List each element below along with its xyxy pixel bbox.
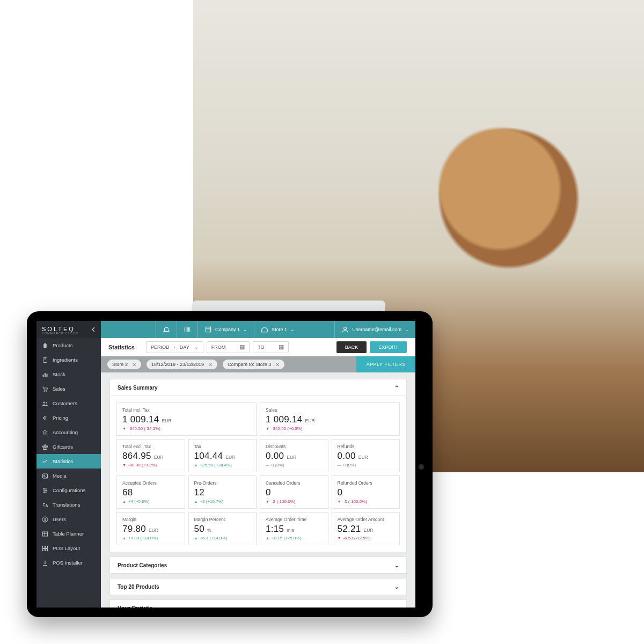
back-button[interactable]: BACK [336, 341, 367, 353]
svg-rect-3 [47, 374, 48, 377]
panel-title: Hour Statistic [118, 605, 152, 608]
user-label: Username@email.com [352, 327, 401, 332]
metric-value: 1:15 [266, 524, 284, 535]
lang-icon [42, 502, 48, 508]
sidebar-item-pricing[interactable]: Pricing [36, 411, 101, 425]
to-date[interactable]: TO ▦ [253, 341, 288, 353]
metric-label: Margin [122, 517, 179, 522]
sidebar-item-giftcards[interactable]: Giftcards [36, 440, 101, 454]
svg-rect-17 [43, 532, 48, 536]
metric-unit: EUR [364, 528, 374, 533]
from-label: FROM [211, 345, 226, 350]
sidebar-item-configurations[interactable]: Configurations [36, 483, 101, 497]
period-label: PERIOD [151, 345, 170, 350]
sidebar-item-sales[interactable]: Sales [36, 382, 101, 396]
metric-unit: EUR [225, 455, 235, 460]
sidebar-item-label: Stock [53, 371, 65, 377]
metric-unit: EUR [358, 455, 368, 460]
filter-pill-store[interactable]: Store 2✕ [107, 360, 141, 369]
svg-rect-19 [46, 546, 48, 548]
sidebar-item-label: POS Layout [53, 545, 80, 551]
company-selector[interactable]: Company 1 ⌄ [197, 321, 254, 338]
filter-pill-range[interactable]: 18/12/2019 - 23/12/2019✕ [147, 360, 217, 369]
metric-value: 68 [122, 487, 133, 498]
chevron-down-icon: ⌄ [290, 327, 295, 332]
metric-delta: ▲+2 (+16.7%) [194, 499, 251, 504]
filter-pill-compare[interactable]: Compare to: Store 3✕ [223, 360, 284, 369]
period-selector[interactable]: PERIOD › DAY ⌄ [146, 341, 203, 353]
metric-value: 104.44 [194, 451, 223, 462]
sidebar-item-products[interactable]: Products [36, 338, 101, 353]
sidebar-item-label: Statistics [53, 458, 73, 464]
metric-label: Canceled Orders [266, 480, 323, 486]
chevron-down-icon: ⌄ [194, 343, 199, 350]
panel-title: Product Categories [118, 562, 167, 568]
sidebar-item-media[interactable]: Media [36, 469, 101, 483]
trend-icon: ▼ [338, 500, 341, 503]
metric-delta: ▲+6.1 (+14.0%) [194, 536, 251, 540]
sidebar-item-statistics[interactable]: Statistics [36, 454, 101, 469]
metric-card: Pre-Orders12▲+2 (+16.7%) [188, 475, 257, 509]
metric-label: Total excl. Tax [122, 444, 179, 449]
svg-rect-1 [43, 375, 44, 377]
sidebar-item-label: Table Planner [53, 531, 84, 537]
scan-button[interactable] [177, 321, 197, 338]
svg-point-23 [344, 327, 347, 330]
people-icon [42, 400, 48, 407]
close-icon[interactable]: ✕ [132, 362, 136, 368]
store-selector[interactable]: Store 1 ⌄ [254, 321, 301, 338]
sidebar-item-customers[interactable]: Customers [36, 396, 101, 411]
panel-header[interactable]: Top 20 Products⌄ [110, 579, 406, 595]
metric-value: 50 [194, 524, 205, 535]
sidebar-item-users[interactable]: Users [36, 512, 101, 526]
chevron-up-icon: ⌃ [394, 385, 399, 391]
apply-filters-button[interactable]: APPLY FILTERS [356, 356, 415, 372]
metric-value: 0.00 [338, 451, 356, 462]
sidebar-item-label: POS Installer [53, 560, 83, 566]
svg-point-6 [43, 401, 45, 403]
layout-icon [42, 545, 48, 552]
export-button[interactable]: EXPORT [370, 341, 407, 353]
app-screen: SOLTEQ COMMERCE CLOUD ProductsIngredient… [36, 321, 415, 608]
user-menu[interactable]: Username@email.com ⌄ [334, 321, 415, 338]
metric-card: Average Order Amount52.21EUR▼-6.53 (-12.… [332, 512, 400, 545]
metric-card: Discounts0.00EUR—0 (0%) [260, 439, 328, 472]
metric-unit: EUR [305, 418, 315, 423]
metric-delta: —0 (0%) [338, 463, 394, 467]
from-date[interactable]: FROM ▦ [207, 341, 250, 353]
collapse-sidebar-icon[interactable] [90, 326, 97, 333]
sidebar-item-translations[interactable]: Translations [36, 497, 101, 512]
sidebar-item-pos-installer[interactable]: POS Installer [36, 555, 101, 570]
metric-card: Refunded Orders0▼-3 (-100.0%) [332, 475, 400, 509]
trend-icon: ▼ [266, 427, 269, 430]
sidebar-item-table-planner[interactable]: Table Planner [36, 526, 101, 541]
panel-header[interactable]: Hour Statistic⌄ [110, 600, 406, 608]
notifications-button[interactable] [156, 321, 177, 338]
trend-icon: ▲ [122, 536, 126, 540]
trend-icon: ▲ [122, 500, 126, 503]
trend-icon: ▲ [194, 536, 198, 540]
leaf-icon [42, 357, 48, 363]
calendar-icon: ▦ [279, 343, 284, 350]
metric-label: Refunded Orders [338, 480, 394, 486]
sidebar-item-ingredients[interactable]: Ingredients [36, 353, 101, 367]
metric-delta: ▼-6.53 (-12.5%) [338, 536, 394, 540]
sidebar-item-pos-layout[interactable]: POS Layout [36, 541, 101, 555]
sidebar-item-stock[interactable]: Stock [36, 367, 101, 382]
trend-icon: ▼ [338, 536, 341, 540]
metric-card: Margin79.80EUR▲+9.80 (+14.0%) [116, 512, 185, 545]
chart-icon [42, 458, 48, 465]
metric-value: 864.95 [122, 451, 151, 462]
panel-header[interactable]: Sales Summary ⌃ [110, 379, 406, 396]
trend-icon: ▲ [194, 500, 198, 503]
metric-label: Margin Percent [194, 517, 251, 522]
close-icon[interactable]: ✕ [275, 362, 280, 368]
metric-value: 0 [338, 487, 343, 498]
close-icon[interactable]: ✕ [208, 362, 213, 368]
sidebar-item-accounting[interactable]: Accounting [36, 425, 101, 440]
svg-rect-18 [43, 546, 45, 548]
metric-unit: m:s [287, 528, 294, 533]
panel-header[interactable]: Product Categories⌄ [110, 557, 406, 573]
panel-title: Top 20 Products [118, 584, 159, 590]
metric-unit: % [207, 528, 211, 533]
